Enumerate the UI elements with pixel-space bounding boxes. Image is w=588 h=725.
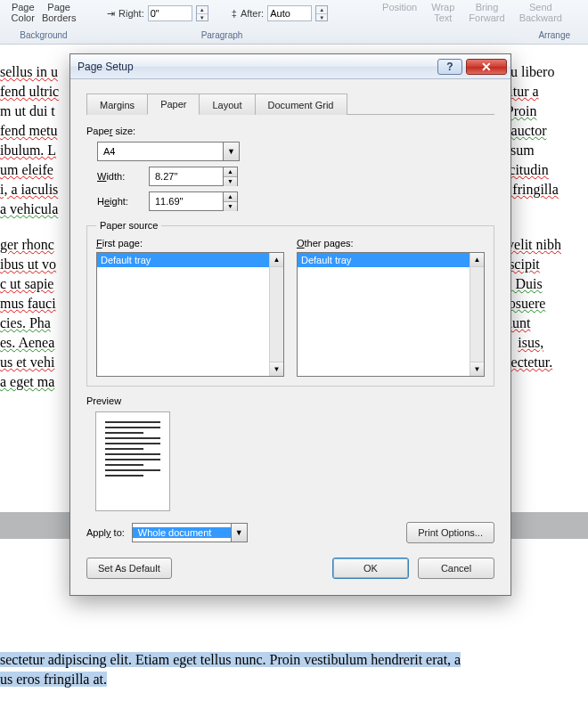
help-icon: ? (446, 61, 453, 73)
paper-size-label: Paper size: (86, 126, 494, 136)
print-options-button[interactable]: Print Options... (406, 522, 494, 543)
cancel-button[interactable]: Cancel (418, 558, 494, 579)
first-page-selected[interactable]: Default tray (97, 253, 283, 267)
preview-label: Preview (86, 395, 494, 406)
spin-up-icon[interactable]: ▲ (224, 167, 237, 177)
first-page-listbox[interactable]: Default tray ▲ ▼ (96, 252, 284, 377)
height-spinbox[interactable]: 11.69" ▲▼ (149, 191, 238, 211)
spacing-icon: ‡ (232, 8, 237, 19)
height-label: Height: (97, 196, 142, 207)
page-borders-label: Page Borders (42, 2, 77, 23)
paragraph-group-label: Paragraph (201, 30, 243, 42)
scroll-down-icon[interactable]: ▼ (270, 362, 283, 376)
paper-source-group: Paper source First page: Default tray ▲ … (86, 220, 494, 387)
titlebar[interactable]: Page Setup ? ✕ (70, 54, 510, 79)
dialog-title: Page Setup (78, 61, 134, 73)
chevron-down-icon: ▼ (223, 143, 239, 160)
wrap-text-button: Wrap Text (428, 2, 458, 23)
other-pages-listbox[interactable]: Default tray ▲ ▼ (297, 252, 485, 377)
width-spinbox[interactable]: 8.27" ▲▼ (149, 167, 238, 186)
set-as-default-button[interactable]: Set As Default (86, 558, 172, 579)
paper-source-legend: Paper source (96, 220, 161, 231)
scroll-up-icon[interactable]: ▲ (470, 253, 484, 267)
send-backward-button: Send Backward (516, 2, 566, 23)
tab-layout[interactable]: Layout (199, 94, 255, 115)
first-page-label: First page: (96, 238, 284, 248)
apply-to-value: Whole document (133, 527, 231, 538)
page-borders-button[interactable]: Page Borders (38, 2, 80, 23)
arrow-right-icon: ⇥ (107, 8, 115, 20)
other-pages-selected[interactable]: Default tray (298, 253, 484, 267)
document-background-bottom: sectetur adipiscing elit. Etiam eget tel… (0, 650, 588, 689)
spacing-after-spinner[interactable]: ▲▼ (315, 5, 328, 21)
scrollbar[interactable]: ▲ ▼ (470, 253, 484, 376)
indent-right-spinner[interactable]: ▲▼ (196, 5, 208, 21)
chevron-down-icon: ▼ (231, 524, 247, 542)
page-color-button[interactable]: Page Color (8, 2, 38, 23)
spin-up-icon[interactable]: ▲ (224, 192, 237, 202)
scroll-down-icon[interactable]: ▼ (470, 362, 484, 376)
tab-document-grid[interactable]: Document Grid (255, 94, 347, 115)
ribbon: Page Color Page Borders Background ⇥ Rig… (0, 0, 588, 45)
tab-margins[interactable]: Margins (86, 94, 148, 115)
page-setup-dialog: Page Setup ? ✕ Margins Paper Layout Docu… (69, 53, 511, 596)
height-value: 11.69" (150, 196, 223, 207)
width-value: 8.27" (150, 171, 223, 182)
scroll-up-icon[interactable]: ▲ (270, 253, 283, 267)
ok-button[interactable]: OK (332, 558, 409, 579)
background-group-label: Background (20, 30, 67, 42)
apply-to-combo[interactable]: Whole document ▼ (132, 523, 248, 542)
spin-down-icon[interactable]: ▼ (224, 202, 237, 211)
spacing-after-label: After: (241, 8, 264, 19)
tab-strip: Margins Paper Layout Document Grid (86, 92, 494, 115)
apply-to-label: Apply to: (86, 527, 125, 538)
spacing-after-input[interactable] (267, 5, 312, 21)
width-label: Width: (97, 171, 142, 182)
spin-down-icon[interactable]: ▼ (224, 177, 237, 186)
close-button[interactable]: ✕ (466, 59, 507, 75)
scrollbar[interactable]: ▲ ▼ (269, 253, 283, 376)
tab-paper[interactable]: Paper (147, 94, 200, 115)
page-color-label: Page Color (12, 2, 35, 23)
arrange-group-label: Arrange (538, 30, 570, 42)
other-pages-label: Other pages: (297, 238, 485, 248)
indent-right-label: Right: (118, 8, 144, 19)
bring-forward-button: Bring Forward (465, 2, 508, 23)
preview-thumbnail (95, 411, 170, 511)
help-button[interactable]: ? (437, 59, 462, 75)
position-button: Position (379, 2, 421, 23)
paper-size-value: A4 (98, 146, 223, 157)
paper-size-combo[interactable]: A4 ▼ (97, 142, 240, 161)
close-icon: ✕ (481, 60, 492, 74)
indent-right-input[interactable] (148, 5, 192, 21)
